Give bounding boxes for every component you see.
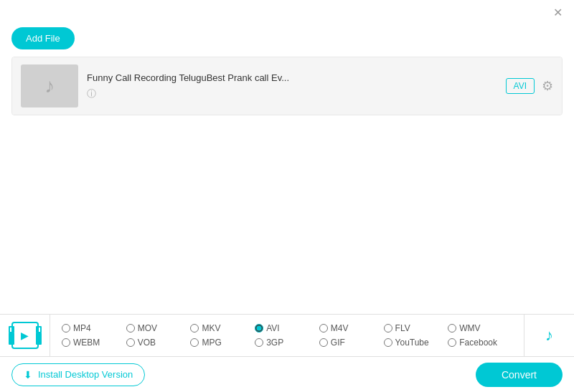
format-badge[interactable]: AVI [506, 78, 535, 94]
bottom-bar: ⬇ Install Desktop Version Convert [0, 356, 574, 392]
format-options: MP4 MOV MKV AVI M4V FLV WMV WEBM [50, 317, 524, 353]
format-label-flv: FLV [395, 323, 410, 333]
format-panel-video-tab[interactable]: ▶ [0, 315, 50, 356]
radio-flv[interactable] [384, 324, 392, 333]
format-label-webm: WEBM [73, 338, 100, 348]
radio-gif[interactable] [319, 338, 328, 347]
download-icon: ⬇ [24, 369, 32, 381]
format-label-vob: VOB [138, 338, 156, 348]
file-thumbnail: ♪ [21, 64, 78, 107]
format-option-m4v[interactable]: M4V [319, 323, 384, 333]
format-label-facebook: Facebook [459, 338, 497, 348]
file-info: Funny Call Recording TeluguBest Prank ca… [78, 72, 506, 100]
film-inner-icon: ▶ [21, 330, 29, 341]
music-icon: ♪ [44, 75, 55, 97]
file-actions: AVI ⚙ [506, 78, 553, 94]
format-label-mkv: MKV [202, 323, 220, 333]
radio-wmv[interactable] [448, 324, 456, 333]
format-label-m4v: M4V [331, 323, 349, 333]
add-file-button[interactable]: Add File [11, 27, 75, 49]
title-bar: ✕ [0, 0, 574, 23]
radio-mkv[interactable] [190, 324, 199, 333]
format-option-youtube[interactable]: YouTube [384, 338, 448, 348]
format-option-wmv[interactable]: WMV [448, 323, 512, 333]
close-button[interactable]: ✕ [550, 6, 565, 20]
radio-3gp[interactable] [255, 338, 263, 347]
format-option-gif[interactable]: GIF [319, 338, 384, 348]
format-panel-audio-tab[interactable]: ♪ [524, 315, 574, 356]
format-option-mpg[interactable]: MPG [190, 338, 255, 348]
format-option-3gp[interactable]: 3GP [255, 338, 319, 348]
format-option-mkv[interactable]: MKV [190, 323, 255, 333]
install-label: Install Desktop Version [38, 369, 133, 380]
radio-mp4[interactable] [62, 324, 70, 333]
radio-vob[interactable] [126, 338, 135, 347]
format-label-mov: MOV [138, 323, 157, 333]
format-label-wmv: WMV [459, 323, 480, 333]
film-icon: ▶ [11, 322, 39, 349]
format-option-mp4[interactable]: MP4 [62, 323, 126, 333]
format-option-vob[interactable]: VOB [126, 338, 191, 348]
radio-m4v[interactable] [319, 324, 328, 333]
file-item: ♪ Funny Call Recording TeluguBest Prank … [12, 57, 562, 115]
format-label-mp4: MP4 [73, 323, 91, 333]
info-icon[interactable]: ⓘ [87, 88, 96, 99]
radio-youtube[interactable] [384, 338, 392, 347]
radio-mov[interactable] [126, 324, 135, 333]
format-option-mov[interactable]: MOV [126, 323, 191, 333]
toolbar: Add File [0, 23, 574, 57]
file-name: Funny Call Recording TeluguBest Prank ca… [87, 72, 497, 83]
music-tab-icon: ♪ [545, 326, 553, 345]
settings-icon[interactable]: ⚙ [542, 78, 553, 94]
format-option-facebook[interactable]: Facebook [448, 338, 512, 348]
format-option-avi[interactable]: AVI [255, 323, 319, 333]
radio-mpg[interactable] [190, 338, 199, 347]
format-label-mpg: MPG [202, 338, 221, 348]
format-option-webm[interactable]: WEBM [62, 338, 126, 348]
convert-button[interactable]: Convert [476, 363, 563, 387]
radio-avi[interactable] [255, 324, 263, 333]
content-area [0, 115, 574, 259]
format-panel: ▶ MP4 MOV MKV AVI M4V FLV W [0, 314, 574, 356]
format-label-youtube: YouTube [395, 338, 429, 348]
install-desktop-button[interactable]: ⬇ Install Desktop Version [11, 363, 145, 386]
radio-facebook[interactable] [448, 338, 456, 347]
format-label-avi: AVI [266, 323, 279, 333]
file-list: ♪ Funny Call Recording TeluguBest Prank … [11, 57, 563, 115]
format-option-flv[interactable]: FLV [384, 323, 448, 333]
format-label-gif: GIF [331, 338, 345, 348]
format-label-3gp: 3GP [266, 338, 283, 348]
radio-webm[interactable] [62, 338, 70, 347]
